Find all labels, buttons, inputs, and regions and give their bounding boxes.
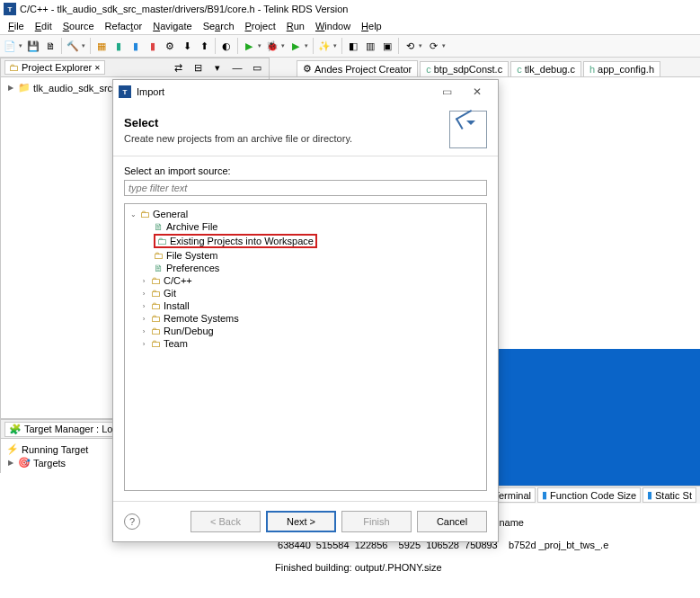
- tab-btp[interactable]: cbtp_sdpConst.c: [420, 61, 509, 76]
- targets-icon: 🎯: [18, 457, 31, 469]
- dialog-title: Import: [137, 86, 164, 97]
- menu-edit[interactable]: Edit: [31, 19, 57, 33]
- expand-icon[interactable]: ›: [139, 327, 148, 335]
- run-button[interactable]: ▶: [241, 38, 257, 54]
- expand-icon[interactable]: ›: [139, 340, 148, 348]
- collapse-icon[interactable]: ⌄: [128, 210, 137, 219]
- toolbar-icon[interactable]: ▣: [379, 38, 395, 54]
- menu-project[interactable]: Project: [241, 19, 280, 33]
- finish-button[interactable]: Finish: [341, 511, 412, 532]
- tree-archive[interactable]: 🗎 Archive File: [128, 220, 483, 233]
- toolbar-icon[interactable]: ▮: [111, 38, 127, 54]
- targets-label: Targets: [33, 458, 66, 469]
- help-button[interactable]: ?: [124, 513, 140, 530]
- c-file-icon: c: [517, 64, 522, 75]
- toolbar-icon[interactable]: ◐: [218, 38, 235, 54]
- source-label: Select an import source:: [124, 165, 487, 176]
- menu-source[interactable]: Source: [58, 19, 99, 33]
- expand-icon[interactable]: ›: [139, 290, 148, 298]
- tree-remote[interactable]: › 🗀 Remote Systems: [128, 312, 483, 325]
- ext-tools-button[interactable]: ▶: [288, 38, 304, 54]
- tree-filesystem[interactable]: 🗀 File System: [128, 249, 483, 262]
- tree-rundebug[interactable]: › 🗀 Run/Debug: [128, 325, 483, 337]
- save-all-button[interactable]: 🗎: [42, 38, 58, 54]
- folder-icon: 🗀: [151, 313, 161, 324]
- folder-icon: 🗀: [151, 275, 161, 286]
- project-icon: 🗀: [157, 236, 167, 246]
- folder-icon: 🗀: [140, 209, 150, 219]
- dialog-content: Select an import source: ⌄ 🗀 General 🗎 A…: [113, 156, 498, 501]
- project-explorer-header: 🗀 Project Explorer ✕ ⇄ ⊟ ▾ — ▭: [0, 58, 270, 77]
- cancel-button[interactable]: Cancel: [417, 511, 487, 532]
- tab-icon: ⚙: [303, 63, 312, 75]
- expand-icon[interactable]: ›: [139, 302, 148, 310]
- maximize-icon[interactable]: ▭: [249, 59, 265, 76]
- save-button[interactable]: 💾: [25, 38, 41, 54]
- tree-existing-projects[interactable]: 🗀 Existing Projects into Workspace: [128, 233, 483, 249]
- folder-icon: 🗀: [151, 300, 161, 311]
- archive-icon: 🗎: [154, 221, 164, 232]
- chart-icon: ▮: [542, 489, 547, 501]
- folder-icon: 🗀: [9, 62, 19, 73]
- import-source-tree[interactable]: ⌄ 🗀 General 🗎 Archive File 🗀 Existing Pr…: [124, 203, 487, 491]
- project-explorer-tab[interactable]: 🗀 Project Explorer ✕: [4, 60, 105, 75]
- tree-preferences[interactable]: 🗎 Preferences: [128, 262, 483, 274]
- folder-icon: 🗀: [151, 338, 161, 349]
- tab-andes[interactable]: ⚙Andes Project Creator: [297, 60, 418, 76]
- tree-general[interactable]: ⌄ 🗀 General: [128, 208, 483, 220]
- toolbar-icon[interactable]: ▦: [93, 38, 110, 54]
- main-toolbar: 📄▾ 💾 🗎 🔨▾ ▦ ▮ ▮ ▮ ⚙ ⬇ ⬆ ◐ ▶▾ 🐞▾ ▶▾ ✨▾ ◧ …: [0, 34, 700, 58]
- menu-search[interactable]: Search: [199, 19, 239, 33]
- dialog-footer: ? < Back Next > Finish Cancel: [113, 501, 498, 541]
- back-button[interactable]: < Back: [191, 511, 261, 532]
- menu-file[interactable]: File: [4, 19, 29, 33]
- target-manager-tab[interactable]: 🧩 Target Manager : Lo: [4, 422, 117, 437]
- next-button[interactable]: Next >: [266, 511, 336, 532]
- maximize-button[interactable]: ▭: [431, 82, 462, 102]
- tab-funcsize[interactable]: ▮Function Code Size: [537, 487, 641, 503]
- toolbar-icon[interactable]: ◧: [345, 38, 361, 54]
- view-menu-icon[interactable]: ▾: [209, 59, 226, 76]
- collapse-all-icon[interactable]: ⊟: [190, 59, 206, 76]
- h-file-icon: h: [589, 64, 595, 75]
- tree-git[interactable]: › 🗀 Git: [128, 287, 483, 299]
- toolbar-icon[interactable]: ▥: [362, 38, 378, 54]
- link-editor-icon[interactable]: ⇄: [170, 59, 186, 76]
- c-file-icon: c: [426, 64, 431, 75]
- toolbar-icon[interactable]: ⬆: [196, 38, 212, 54]
- tab-static[interactable]: ▮Static St: [642, 487, 696, 503]
- new-button[interactable]: 📄: [2, 38, 18, 54]
- debug-button[interactable]: 🐞: [264, 38, 280, 54]
- toolbar-icon[interactable]: ⟲: [402, 38, 418, 54]
- expand-icon[interactable]: ▶: [6, 84, 15, 92]
- tree-team[interactable]: › 🗀 Team: [128, 337, 483, 350]
- editor-tab-bar: ⚙Andes Project Creator cbtp_sdpConst.c c…: [270, 58, 700, 77]
- dialog-header: Select Create new projects from an archi…: [113, 103, 498, 156]
- filter-input[interactable]: [124, 180, 487, 196]
- menu-refactor[interactable]: Refactor: [101, 19, 147, 33]
- expand-icon[interactable]: ›: [139, 277, 148, 285]
- tab-appconfig[interactable]: happ_config.h: [583, 61, 660, 76]
- tree-install[interactable]: › 🗀 Install: [128, 299, 483, 312]
- menu-navigate[interactable]: Navigate: [148, 19, 196, 33]
- close-button[interactable]: ✕: [462, 82, 492, 102]
- close-icon[interactable]: ✕: [94, 64, 101, 72]
- toolbar-icon[interactable]: ▮: [145, 38, 161, 54]
- running-target-label: Running Target: [22, 444, 88, 455]
- menu-help[interactable]: Help: [357, 19, 386, 33]
- menu-run[interactable]: Run: [282, 19, 309, 33]
- expand-icon[interactable]: ▶: [6, 459, 15, 467]
- tree-cpp[interactable]: › 🗀 C/C++: [128, 274, 483, 287]
- menu-window[interactable]: Window: [311, 19, 355, 33]
- tab-debug[interactable]: ctlk_debug.c: [510, 61, 581, 76]
- folder-icon: 🗀: [151, 326, 161, 336]
- toolbar-icon[interactable]: ⟳: [425, 38, 441, 54]
- wand-button[interactable]: ✨: [316, 38, 332, 54]
- toolbar-icon[interactable]: ⬇: [179, 38, 195, 54]
- toolbar-icon[interactable]: ⚙: [162, 38, 178, 54]
- minimize-icon[interactable]: —: [229, 59, 245, 76]
- toolbar-icon[interactable]: ▮: [128, 38, 144, 54]
- window-title-bar: T C/C++ - tlk_audio_sdk_src_master/drive…: [0, 0, 700, 18]
- expand-icon[interactable]: ›: [139, 315, 148, 323]
- build-button[interactable]: 🔨: [65, 38, 81, 54]
